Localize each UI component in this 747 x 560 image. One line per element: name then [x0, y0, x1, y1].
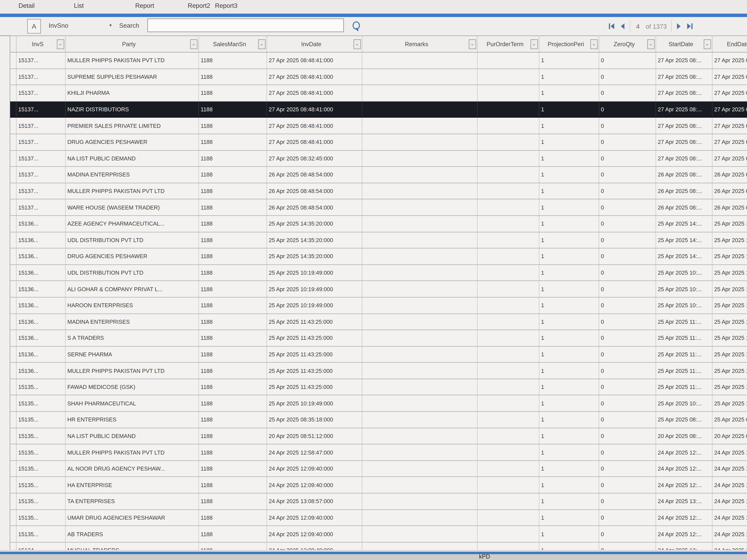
- menu-item-report3[interactable]: Report3: [215, 2, 237, 9]
- cell-invdate: 25 Apr 2025 11:43:25:000: [266, 330, 362, 346]
- cell-zeroqty: 0: [599, 199, 655, 216]
- table-row[interactable]: 15136...S A TRADERS118825 Apr 2025 11:43…: [10, 330, 747, 346]
- search-field-selector[interactable]: InvSno: [49, 22, 68, 29]
- table-row[interactable]: 15137...DRUG AGENCIES PESHAWER118827 Apr…: [10, 134, 747, 150]
- first-record-button[interactable]: [608, 23, 615, 30]
- search-input[interactable]: [147, 19, 344, 32]
- column-label: InvS: [32, 41, 44, 48]
- cell-zeroqty: 0: [599, 477, 655, 493]
- filter-dropdown-icon[interactable]: ⌄: [531, 39, 538, 49]
- menu-item-list[interactable]: List: [74, 2, 84, 9]
- cell-startdate: 25 Apr 2025 14:...: [655, 215, 712, 232]
- table-row[interactable]: 15137...WARE HOUSE (WASEEM TRADER)118826…: [10, 199, 747, 216]
- column-header-salesmansno[interactable]: SalesManSn⌄: [199, 36, 266, 52]
- cell-enddate: 24 Apr 2025 12:...: [712, 460, 747, 477]
- column-header-enddate[interactable]: EndDate⌄: [712, 36, 747, 52]
- table-row[interactable]: 15137...MADINA ENTERPRISES118826 Apr 202…: [10, 166, 747, 183]
- table-row[interactable]: 15137...SUPREME SUPPLIES PESHAWAR118827 …: [10, 69, 747, 85]
- cell-party: MULLER PHIPPS PAKISTAN PVT LTD: [65, 444, 199, 460]
- column-label: ZeroQty: [614, 41, 635, 48]
- cell-invsno: 15135...: [16, 477, 65, 493]
- cell-projectionperi: 1: [539, 199, 599, 216]
- cell-startdate: 24 Apr 2025 12:...: [655, 477, 712, 493]
- next-record-button[interactable]: [676, 23, 682, 30]
- cell-projectionperi: 1: [539, 346, 599, 363]
- table-row[interactable]: 15136...MADINA ENTERPRISES118825 Apr 202…: [10, 314, 747, 330]
- filter-dropdown-icon[interactable]: ⌄: [57, 39, 64, 49]
- row-gutter: [10, 183, 16, 199]
- a-button[interactable]: A: [27, 19, 41, 33]
- menu-item-report[interactable]: Report: [135, 2, 154, 9]
- filter-dropdown-icon[interactable]: ⌄: [353, 39, 361, 49]
- cell-enddate: 27 Apr 2025 08:...: [712, 150, 747, 166]
- table-row[interactable]: 15137...MULLER PHIPPS PAKISTAN PVT LTD11…: [10, 183, 747, 199]
- table-row[interactable]: 15135...UMAR DRUG AGENCIES PESHAWAR11882…: [10, 509, 747, 526]
- search-icon[interactable]: [352, 21, 361, 31]
- cell-projectionperi: 1: [539, 248, 599, 265]
- cell-purorderterm: [477, 232, 539, 248]
- cell-party: HAROON ENTERPRISES: [65, 297, 199, 314]
- filter-dropdown-icon[interactable]: ⌄: [258, 39, 265, 49]
- previous-record-button[interactable]: [619, 23, 625, 30]
- table-row[interactable]: 15136...UDL DISTRIBUTION PVT LTD118825 A…: [10, 265, 747, 281]
- column-header-invdate[interactable]: InvDate⌄: [266, 36, 362, 52]
- table-row[interactable]: 15137...NA LIST PUBLIC DEMAND118827 Apr …: [10, 150, 747, 166]
- table-row[interactable]: 15135...HR ENTERPRISES118825 Apr 2025 08…: [10, 411, 747, 428]
- table-row[interactable]: 15135...NA LIST PUBLIC DEMAND118820 Apr …: [10, 428, 747, 444]
- last-record-button[interactable]: [686, 23, 694, 30]
- cell-startdate: 27 Apr 2025 08:...: [655, 101, 712, 118]
- cell-party: SUPREME SUPPLIES PESHAWAR: [65, 69, 199, 85]
- cell-purorderterm: [477, 69, 539, 85]
- cell-invdate: 24 Apr 2025 12:09:40:000: [266, 477, 362, 493]
- cell-invsno: 15137...: [16, 183, 65, 199]
- column-header-party[interactable]: Party⌄: [65, 36, 199, 52]
- menu-item-detail[interactable]: Detail: [19, 2, 35, 9]
- filter-dropdown-icon[interactable]: ⌄: [703, 39, 711, 49]
- cell-purorderterm: [477, 297, 539, 314]
- column-header-projectionperi[interactable]: ProjectionPeri⌄: [539, 36, 599, 52]
- chevron-down-icon[interactable]: ▾: [109, 23, 112, 28]
- table-row[interactable]: 15136...SERNE PHARMA118825 Apr 2025 11:4…: [10, 346, 747, 363]
- pager-divider: [671, 20, 672, 32]
- table-row[interactable]: 15136...DRUG AGENCIES PESHAWER118825 Apr…: [10, 248, 747, 265]
- table-row[interactable]: 15136...MULLER PHIPPS PAKISTAN PVT LTD11…: [10, 363, 747, 379]
- filter-dropdown-icon[interactable]: ⌄: [590, 39, 597, 49]
- table-row[interactable]: 15135...SHAH PHARMACEUTICAL118825 Apr 20…: [10, 395, 747, 411]
- table-row[interactable]: 15135...MULLER PHIPPS PAKISTAN PVT LTD11…: [10, 444, 747, 460]
- filter-dropdown-icon[interactable]: ⌄: [647, 39, 654, 49]
- cell-salesmansno: 1188: [199, 297, 266, 314]
- cell-startdate: 25 Apr 2025 11:...: [655, 330, 712, 346]
- cell-party: UMAR DRUG AGENCIES PESHAWAR: [65, 509, 199, 526]
- column-header-remarks[interactable]: Remarks⌄: [362, 36, 477, 52]
- column-header-zeroqty[interactable]: ZeroQty⌄: [599, 36, 655, 52]
- cell-party: UDL DISTRIBUTION PVT LTD: [65, 232, 199, 248]
- table-row[interactable]: 15136...HAROON ENTERPRISES118825 Apr 202…: [10, 297, 747, 314]
- menu-item-report2[interactable]: Report2: [188, 2, 210, 9]
- table-row[interactable]: 15136...ALI GOHAR & COMPANY PRIVAT L...1…: [10, 281, 747, 297]
- cell-invdate: 26 Apr 2025 08:48:54:000: [266, 199, 362, 216]
- table-row[interactable]: 15135...HA ENTERPRISE118824 Apr 2025 12:…: [10, 477, 747, 493]
- table-row[interactable]: 15135...FAWAD MEDICOSE (GSK)118825 Apr 2…: [10, 379, 747, 395]
- table-row[interactable]: 15135...AB TRADERS118824 Apr 2025 12:09:…: [10, 526, 747, 542]
- cell-purorderterm: [477, 183, 539, 199]
- column-header-invsno[interactable]: InvS⌄: [16, 36, 65, 52]
- table-row[interactable]: 15137...PREMIER SALES PRIVATE LIMITED118…: [10, 118, 747, 134]
- table-row[interactable]: 15135...TA ENTERPRISES118824 Apr 2025 13…: [10, 493, 747, 510]
- cell-projectionperi: 1: [539, 215, 599, 232]
- table-row[interactable]: 15137...MULLER PHIPPS PAKISTAN PVT LTD11…: [10, 52, 747, 69]
- row-gutter: [10, 265, 16, 281]
- table-row[interactable]: 15137...KHILJI PHARMA118827 Apr 2025 08:…: [10, 85, 747, 101]
- column-header-startdate[interactable]: StartDate⌄: [655, 36, 712, 52]
- filter-dropdown-icon[interactable]: ⌄: [469, 39, 476, 49]
- filter-dropdown-icon[interactable]: ⌄: [190, 39, 197, 49]
- table-row[interactable]: 15136...AZEE AGENCY PHARMACEUTICAL...118…: [10, 215, 747, 232]
- column-header-purorderterm[interactable]: PurOrderTerm⌄: [477, 36, 539, 52]
- cell-startdate: 24 Apr 2025 12:...: [655, 460, 712, 477]
- cell-projectionperi: 1: [539, 509, 599, 526]
- cell-projectionperi: 1: [539, 183, 599, 199]
- cell-invsno: 15135...: [16, 428, 65, 444]
- table-row[interactable]: 15136...UDL DISTRIBUTION PVT LTD118825 A…: [10, 232, 747, 248]
- table-row[interactable]: 15135...AL NOOR DRUG AGENCY PESHAW...118…: [10, 460, 747, 477]
- cell-zeroqty: 0: [599, 444, 655, 460]
- table-row[interactable]: 15137...NAZIR DISTRIBUTIORS118827 Apr 20…: [10, 101, 747, 118]
